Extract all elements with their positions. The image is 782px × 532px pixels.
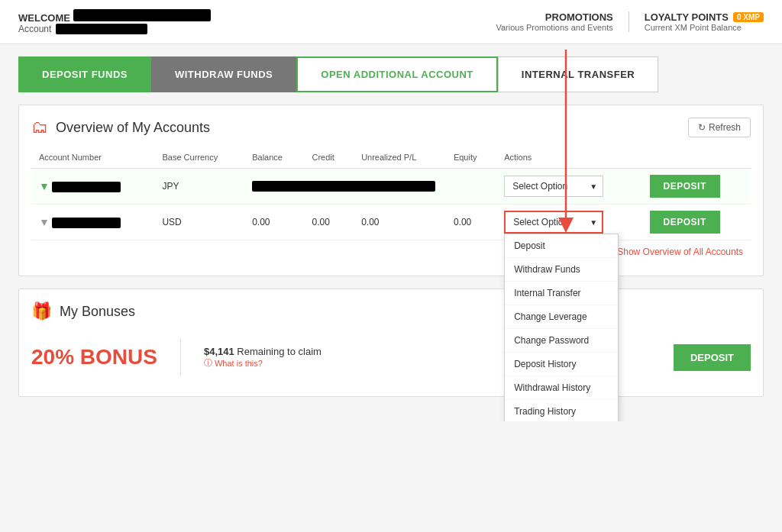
nav-tabs: DEPOSIT FUNDS WITHDRAW FUNDS OPEN ADDITI… (0, 44, 782, 92)
loyalty-subtitle: Current XM Point Balance (645, 23, 764, 32)
table-row: ▼ USD 0.00 0.00 0.00 0.00 Select Option … (31, 205, 751, 240)
header-right: PROMOTIONS Various Promotions and Events… (496, 11, 764, 32)
row1-toggle-cell: ▼ (31, 169, 154, 205)
dropdown-item-deposit[interactable]: Deposit (505, 234, 618, 258)
loyalty-title-row: LOYALTY POINTS 0 XMP (645, 11, 764, 23)
col-unrealized: Unrealized P/L (354, 147, 446, 169)
overview-card: 🗂 Overview of My Accounts ↻ Refresh Acco… (18, 105, 764, 276)
refresh-button[interactable]: ↻ Refresh (688, 118, 751, 137)
row2-equity: 0.00 (446, 205, 496, 240)
row2-select-container: Select Option ▼ Deposit Withdraw Funds I… (504, 211, 603, 234)
row2-unrealized: 0.00 (354, 205, 446, 240)
col-credit: Credit (304, 147, 354, 169)
main-content: 🗂 Overview of My Accounts ↻ Refresh Acco… (0, 92, 782, 421)
row1-select-button[interactable]: Select Option (504, 176, 603, 197)
account-number-redacted (56, 24, 147, 34)
row1-actions-cell: Select Option ▼ (496, 169, 641, 205)
gift-icon: 🎁 (31, 301, 52, 321)
account-row: Account (18, 24, 211, 34)
bonus-what-link[interactable]: ⓘ What is this? (204, 357, 322, 369)
col-actions: Actions (496, 147, 641, 169)
info-icon: ⓘ (204, 357, 212, 369)
row2-dropdown-menu: Deposit Withdraw Funds Internal Transfer… (504, 234, 619, 421)
header: WELCOME Account PROMOTIONS Various Promo… (0, 0, 782, 44)
row1-toggle-icon[interactable]: ▼ (39, 180, 50, 192)
username-redacted (73, 9, 211, 21)
row2-credit: 0.00 (304, 205, 354, 240)
row1-deposit-cell: DEPOSIT (642, 169, 751, 205)
dropdown-item-withdrawal-history[interactable]: Withdrawal History (505, 376, 618, 400)
bonus-divider (180, 338, 181, 376)
dropdown-item-deposit-history[interactable]: Deposit History (505, 353, 618, 376)
overview-card-header: 🗂 Overview of My Accounts ↻ Refresh (31, 118, 751, 137)
loyalty-title: LOYALTY POINTS (645, 11, 729, 23)
refresh-label: Refresh (709, 122, 741, 133)
col-account-number: Account Number (31, 147, 154, 169)
table-row: ▼ JPY Select Option ▼ (31, 169, 751, 205)
row2-account-number (52, 218, 121, 228)
loyalty-section: LOYALTY POINTS 0 XMP Current XM Point Ba… (629, 11, 764, 32)
tab-open-account[interactable]: OPEN ADDITIONAL ACCOUNT (296, 56, 498, 92)
header-left: WELCOME Account (18, 9, 211, 34)
col-equity: Equity (446, 147, 496, 169)
welcome-text: WELCOME (18, 9, 211, 24)
bonus-remaining-row: $4,141 Remaining to claim (204, 346, 322, 357)
dropdown-item-change-leverage[interactable]: Change Leverage (505, 305, 618, 329)
col-base-currency: Base Currency (154, 147, 244, 169)
row1-deposit-button[interactable]: DEPOSIT (650, 175, 720, 198)
overview-title: Overview of My Accounts (56, 120, 210, 136)
row2-currency: USD (154, 205, 244, 240)
bonus-remaining-section: $4,141 Remaining to claim ⓘ What is this… (204, 346, 322, 369)
bonus-what-label: What is this? (215, 359, 263, 368)
row2-toggle-cell: ▼ (31, 205, 154, 240)
tab-internal-transfer[interactable]: INTERNAL TRANSFER (498, 56, 658, 92)
col-deposit (642, 147, 751, 169)
loyalty-badge: 0 XMP (733, 12, 764, 22)
promotions-section: PROMOTIONS Various Promotions and Events (496, 11, 629, 32)
dropdown-item-withdraw-funds[interactable]: Withdraw Funds (505, 258, 618, 282)
welcome-label: WELCOME (18, 12, 70, 24)
promotions-subtitle: Various Promotions and Events (496, 23, 612, 32)
bonuses-title-row: 🎁 My Bonuses (31, 301, 135, 321)
bonus-remaining-label: Remaining to claim (237, 346, 322, 357)
row2-select-label: Select Option (513, 217, 568, 227)
bonuses-title: My Bonuses (60, 304, 135, 320)
accounts-table: Account Number Base Currency Balance Cre… (31, 147, 751, 240)
row2-deposit-cell: DEPOSIT (642, 205, 751, 240)
row1-balance-cell (244, 169, 496, 205)
dropdown-item-internal-transfer[interactable]: Internal Transfer (505, 282, 618, 305)
row1-currency: JPY (154, 169, 244, 205)
row1-account-number (52, 182, 121, 192)
bonuses-card: 🎁 My Bonuses 20% BONUS $4,141 Remaining … (18, 289, 764, 397)
row1-select-container: Select Option ▼ (504, 176, 603, 197)
bonus-remaining-amount: $4,141 (204, 346, 234, 357)
card-title-row: 🗂 Overview of My Accounts (31, 118, 210, 137)
dropdown-item-change-password[interactable]: Change Password (505, 329, 618, 353)
row2-toggle-icon[interactable]: ▼ (39, 216, 50, 228)
briefcase-icon: 🗂 (31, 118, 48, 137)
promotions-title: PROMOTIONS (496, 11, 612, 23)
bonus-deposit-button[interactable]: DEPOSIT (674, 344, 751, 371)
tab-deposit-funds[interactable]: DEPOSIT FUNDS (18, 56, 151, 92)
bonus-percent: 20% BONUS (31, 345, 157, 369)
row2-select-button[interactable]: Select Option (504, 211, 603, 234)
dropdown-item-trading-history[interactable]: Trading History (505, 400, 618, 421)
row2-deposit-button[interactable]: DEPOSIT (650, 211, 720, 234)
show-all-link[interactable]: Show Overview of All Accounts (31, 240, 751, 263)
account-label: Account (18, 24, 51, 34)
bonus-section: 20% BONUS $4,141 Remaining to claim ⓘ Wh… (31, 330, 751, 384)
refresh-icon: ↻ (698, 122, 706, 133)
row2-actions-cell: Select Option ▼ Deposit Withdraw Funds I… (496, 205, 641, 240)
col-balance: Balance (244, 147, 304, 169)
row2-balance: 0.00 (244, 205, 304, 240)
row1-balance-redacted (252, 181, 435, 192)
bonuses-header: 🎁 My Bonuses (31, 301, 751, 321)
row1-select-label: Select Option (512, 181, 567, 192)
table-header-row: Account Number Base Currency Balance Cre… (31, 147, 751, 169)
tab-withdraw-funds[interactable]: WITHDRAW FUNDS (151, 56, 296, 92)
